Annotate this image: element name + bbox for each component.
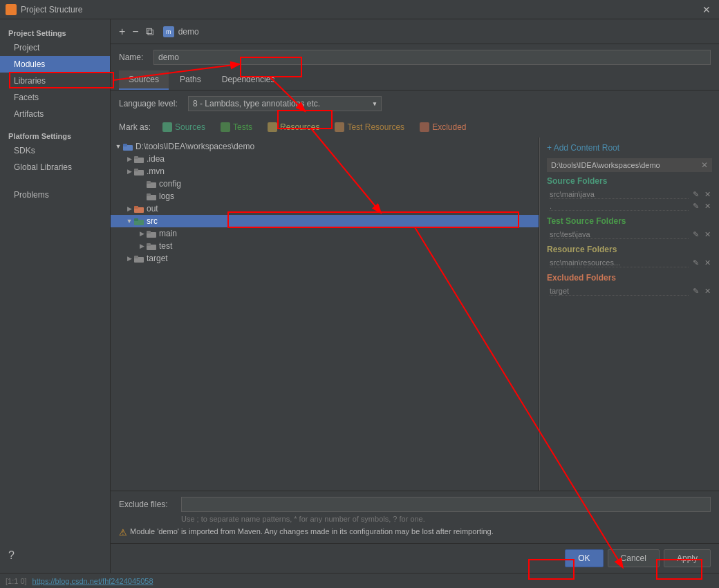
ok-button[interactable]: OK xyxy=(565,549,603,567)
main-folder-icon xyxy=(147,230,156,238)
tree-item-out[interactable]: ▶ out xyxy=(111,202,539,215)
tab-sources[interactable]: Sources xyxy=(119,70,169,90)
out-folder-icon xyxy=(134,205,144,213)
tree-item-logs[interactable]: logs xyxy=(111,190,539,202)
resource-folder-actions-0: ✎ ✕ xyxy=(691,258,712,267)
exclude-files-row: Exclude files: xyxy=(119,497,711,512)
remove-source-folder-0[interactable]: ✕ xyxy=(703,190,712,199)
svg-rect-17 xyxy=(147,243,151,246)
mvn-folder-icon xyxy=(134,168,144,176)
exclude-files-input[interactable] xyxy=(181,497,711,512)
sidebar-item-global-libraries[interactable]: Global Libraries xyxy=(0,159,110,176)
tree-arrow-target: ▶ xyxy=(124,255,134,262)
badge-tests-icon xyxy=(221,122,230,132)
language-level-select[interactable]: 8 - Lambdas, type annotations etc. 11 - … xyxy=(188,96,382,111)
tree-item-test[interactable]: ▶ test xyxy=(111,240,539,252)
tree-item-config[interactable]: config xyxy=(111,178,539,190)
tree-item-src[interactable]: ▼ src xyxy=(111,215,539,227)
sidebar-item-problems[interactable]: Problems xyxy=(0,187,110,203)
tree-arrow-root: ▼ xyxy=(113,143,123,150)
logs-label: logs xyxy=(159,191,174,201)
sidebar-item-modules[interactable]: Modules xyxy=(0,56,110,73)
language-level-select-wrapper: 8 - Lambdas, type annotations etc. 11 - … xyxy=(188,96,382,111)
test-folder-icon xyxy=(147,243,156,250)
badge-sources-icon xyxy=(162,122,172,132)
badge-test-resources-icon xyxy=(335,122,344,132)
sidebar-item-facets[interactable]: Facets xyxy=(0,89,110,106)
module-name-input[interactable] xyxy=(153,50,711,65)
tree-item-target[interactable]: ▶ target xyxy=(111,252,539,265)
logs-folder-icon xyxy=(147,193,156,200)
tab-dependencies[interactable]: Dependencies xyxy=(212,70,285,90)
svg-rect-15 xyxy=(147,231,151,234)
edit-source-folder-1[interactable]: ✎ xyxy=(691,202,700,211)
project-settings-heading: Project Settings xyxy=(0,25,110,39)
svg-rect-19 xyxy=(134,256,138,258)
tree-item-main[interactable]: ▶ main xyxy=(111,227,539,240)
excluded-folder-actions-0: ✎ ✕ xyxy=(691,287,712,296)
resource-folder-entry-0: src\main\resources... ✎ ✕ xyxy=(547,257,712,269)
remove-resource-folder-0[interactable]: ✕ xyxy=(703,258,712,267)
test-label: test xyxy=(159,241,172,251)
cancel-button[interactable]: Cancel xyxy=(608,549,660,567)
edit-source-folder-0[interactable]: ✎ xyxy=(691,190,700,199)
badge-sources[interactable]: Sources xyxy=(156,120,212,135)
src-folder-icon xyxy=(134,218,144,225)
question-mark-btn[interactable]: ? xyxy=(0,544,110,567)
add-button[interactable]: + xyxy=(116,24,128,39)
content-root-close-btn[interactable]: ✕ xyxy=(701,160,708,170)
warning-text: Module 'demo' is imported from Maven. An… xyxy=(130,527,494,535)
name-row: Name: xyxy=(111,44,719,70)
sidebar-item-project[interactable]: Project xyxy=(0,39,110,56)
remove-test-source-folder-0[interactable]: ✕ xyxy=(703,230,712,239)
resource-folders-heading: Resource Folders xyxy=(547,245,712,254)
test-source-folder-entry-0: src\test\java ✎ ✕ xyxy=(547,229,712,240)
tab-paths[interactable]: Paths xyxy=(170,70,211,90)
file-tree[interactable]: ▼ D:\tools\IDEA\workspaces\demo ▶ xyxy=(111,137,539,491)
sidebar-item-libraries[interactable]: Libraries xyxy=(0,73,110,89)
test-source-folder-actions-0: ✎ ✕ xyxy=(691,230,712,239)
tree-arrow-idea: ▶ xyxy=(124,155,134,162)
config-label: config xyxy=(159,179,181,189)
edit-test-source-folder-0[interactable]: ✎ xyxy=(691,230,700,239)
badge-excluded[interactable]: Excluded xyxy=(413,120,472,135)
edit-excluded-folder-0[interactable]: ✎ xyxy=(691,287,700,296)
status-link[interactable]: https://blog.csdn.net/fhf2424045058 xyxy=(32,577,153,585)
tree-item-idea[interactable]: ▶ .idea xyxy=(111,153,539,165)
svg-rect-5 xyxy=(134,169,138,171)
idea-folder-icon xyxy=(134,155,144,163)
content-root-path: D:\tools\IDEA\workspaces\demo xyxy=(551,161,660,169)
content-root-header: D:\tools\IDEA\workspaces\demo ✕ xyxy=(547,158,712,172)
top-toolbar: + − ⧉ m demo xyxy=(111,19,719,44)
badge-test-resources-label: Test Resources xyxy=(347,122,404,132)
source-folder-actions-0: ✎ ✕ xyxy=(691,190,712,199)
badge-resources[interactable]: Resources xyxy=(261,120,326,135)
remove-source-folder-1[interactable]: ✕ xyxy=(703,202,712,211)
tree-arrow-out: ▶ xyxy=(124,205,134,212)
svg-rect-7 xyxy=(147,181,151,184)
close-button[interactable]: ✕ xyxy=(700,4,713,15)
edit-resource-folder-0[interactable]: ✎ xyxy=(691,258,700,267)
source-folder-entry-0: src\main\java ✎ ✕ xyxy=(547,189,712,200)
title-bar: Project Structure ✕ xyxy=(0,0,719,19)
warning-icon: ⚠ xyxy=(119,527,127,538)
bottom-section: Exclude files: Use ; to separate name pa… xyxy=(111,491,719,543)
badge-excluded-label: Excluded xyxy=(432,122,466,132)
root-folder-icon xyxy=(123,143,133,151)
remove-excluded-folder-0[interactable]: ✕ xyxy=(703,287,712,296)
add-content-root-btn[interactable]: + Add Content Root xyxy=(547,143,712,153)
config-folder-icon xyxy=(147,180,156,188)
source-folder-path-0: src\main\java xyxy=(550,190,689,199)
copy-button[interactable]: ⧉ xyxy=(143,24,156,39)
info-panel: + Add Content Root D:\tools\IDEA\workspa… xyxy=(539,137,719,491)
remove-button[interactable]: − xyxy=(129,24,141,39)
badge-test-resources[interactable]: Test Resources xyxy=(328,120,411,135)
badge-tests-label: Tests xyxy=(233,122,252,132)
sidebar-item-sdks[interactable]: SDKs xyxy=(0,142,110,159)
tree-item-mvn[interactable]: ▶ .mvn xyxy=(111,165,539,178)
badge-tests[interactable]: Tests xyxy=(214,120,259,135)
tree-root[interactable]: ▼ D:\tools\IDEA\workspaces\demo xyxy=(111,140,539,153)
sidebar-item-artifacts[interactable]: Artifacts xyxy=(0,106,110,122)
svg-rect-13 xyxy=(134,218,138,221)
apply-button[interactable]: Apply xyxy=(664,549,711,567)
